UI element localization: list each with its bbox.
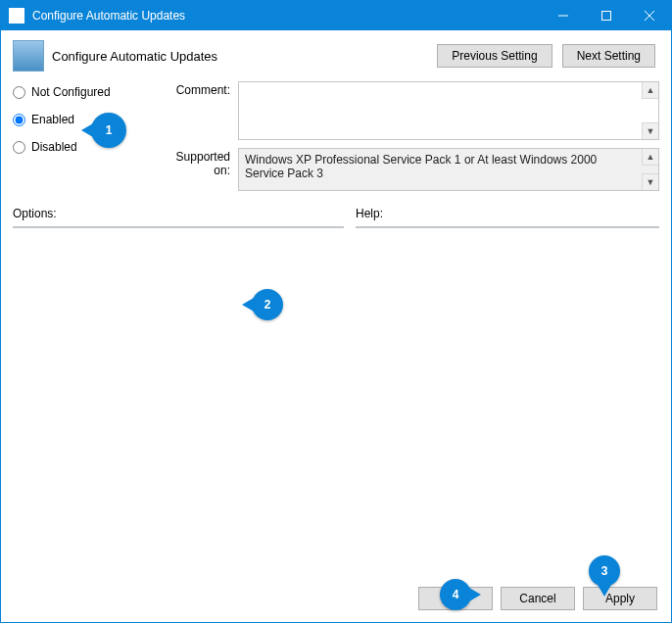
radio-disabled[interactable]: Disabled [13, 140, 158, 154]
app-icon [9, 8, 24, 24]
apply-button[interactable]: Apply [583, 587, 657, 610]
minimize-button[interactable] [542, 1, 585, 30]
supported-box: Windows XP Professional Service Pack 1 o… [238, 148, 659, 191]
help-label: Help: [356, 207, 659, 220]
comment-label: Comment: [158, 81, 238, 140]
cancel-button[interactable]: Cancel [501, 587, 575, 610]
options-label: Options: [13, 207, 344, 220]
annotation-2: 2 [252, 289, 283, 320]
window-controls [542, 1, 671, 30]
titlebar[interactable]: Configure Automatic Updates [1, 1, 671, 30]
window: Configure Automatic Updates Configure Au… [0, 0, 672, 623]
supported-label: Supported on: [158, 148, 238, 191]
previous-setting-button[interactable]: Previous Setting [437, 44, 552, 68]
annotation-1: 1 [91, 113, 126, 148]
help-text: Specifies whether this computer will rec… [357, 227, 642, 228]
close-button[interactable] [628, 1, 671, 30]
maximize-button[interactable] [585, 1, 628, 30]
comment-textarea[interactable]: ▲ ▼ [238, 81, 659, 140]
supported-text: Windows XP Professional Service Pack 1 o… [245, 153, 597, 180]
window-title: Configure Automatic Updates [32, 9, 542, 23]
scroll-down-icon[interactable]: ▼ [642, 173, 658, 190]
next-setting-button[interactable]: Next Setting [562, 44, 655, 68]
radio-not-configured[interactable]: Not Configured [13, 85, 158, 99]
options-pane: Configure automatic updating: 2 - Notify… [13, 226, 344, 228]
scroll-up-icon[interactable]: ▲ [642, 149, 658, 166]
policy-icon [13, 40, 44, 72]
svg-rect-1 [602, 12, 611, 21]
options-hscrollbar[interactable]: ◀▶ [14, 226, 326, 227]
policy-title: Configure Automatic Updates [52, 49, 437, 64]
scroll-down-icon[interactable]: ▼ [642, 122, 658, 139]
annotation-3: 3 [589, 555, 620, 587]
annotation-4: 4 [440, 579, 471, 610]
scroll-up-icon[interactable]: ▲ [642, 82, 658, 99]
help-pane: Specifies whether this computer will rec… [356, 226, 659, 228]
